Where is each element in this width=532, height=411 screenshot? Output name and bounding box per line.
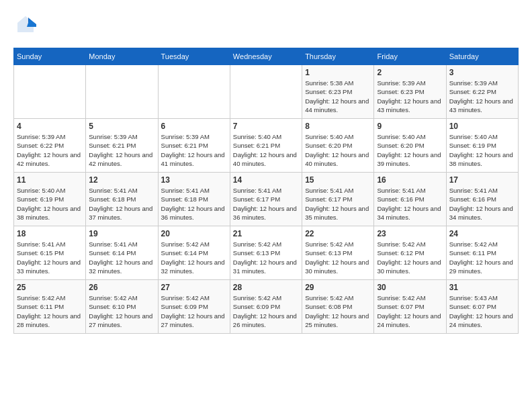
day-number: 25 [17,283,83,292]
day-number: 28 [233,283,299,292]
calendar-cell: 22Sunrise: 5:42 AM Sunset: 6:13 PM Dayli… [302,226,374,280]
day-number: 31 [449,283,515,292]
day-content: Sunrise: 5:41 AM Sunset: 6:16 PM Dayligh… [449,186,515,222]
day-content: Sunrise: 5:42 AM Sunset: 6:11 PM Dayligh… [17,293,83,329]
calendar-cell: 31Sunrise: 5:43 AM Sunset: 6:07 PM Dayli… [446,280,518,334]
day-number: 8 [305,122,371,131]
day-number: 4 [17,122,83,131]
calendar-cell [14,65,86,119]
day-content: Sunrise: 5:40 AM Sunset: 6:21 PM Dayligh… [233,132,299,168]
day-content: Sunrise: 5:41 AM Sunset: 6:17 PM Dayligh… [233,186,299,222]
day-number: 26 [89,283,154,292]
day-content: Sunrise: 5:42 AM Sunset: 6:07 PM Dayligh… [377,293,443,329]
calendar-cell: 1Sunrise: 5:38 AM Sunset: 6:23 PM Daylig… [302,65,374,119]
day-content: Sunrise: 5:42 AM Sunset: 6:14 PM Dayligh… [161,240,227,275]
logo [13,13,42,38]
header-thursday: Thursday [302,48,374,65]
calendar-cell: 16Sunrise: 5:41 AM Sunset: 6:16 PM Dayli… [374,173,446,226]
calendar-cell: 24Sunrise: 5:42 AM Sunset: 6:11 PM Dayli… [446,226,518,280]
day-number: 22 [305,229,371,238]
header-sunday: Sunday [14,48,86,65]
day-content: Sunrise: 5:41 AM Sunset: 6:15 PM Dayligh… [17,240,83,275]
calendar-cell: 26Sunrise: 5:42 AM Sunset: 6:10 PM Dayli… [86,280,158,334]
day-content: Sunrise: 5:39 AM Sunset: 6:21 PM Dayligh… [89,132,154,168]
day-content: Sunrise: 5:42 AM Sunset: 6:13 PM Dayligh… [233,240,299,275]
page-header [13,13,519,38]
day-number: 1 [305,68,371,77]
day-content: Sunrise: 5:39 AM Sunset: 6:23 PM Dayligh… [377,79,443,114]
calendar-cell: 15Sunrise: 5:41 AM Sunset: 6:17 PM Dayli… [302,173,374,226]
day-number: 9 [377,122,443,131]
day-number: 5 [89,122,154,131]
logo-icon [13,13,38,38]
calendar-cell: 11Sunrise: 5:40 AM Sunset: 6:19 PM Dayli… [14,173,86,226]
calendar-week-row: 11Sunrise: 5:40 AM Sunset: 6:19 PM Dayli… [14,173,519,226]
calendar-cell: 27Sunrise: 5:42 AM Sunset: 6:09 PM Dayli… [158,280,230,334]
day-content: Sunrise: 5:39 AM Sunset: 6:22 PM Dayligh… [17,132,83,168]
day-content: Sunrise: 5:40 AM Sunset: 6:19 PM Dayligh… [449,132,515,168]
day-content: Sunrise: 5:40 AM Sunset: 6:19 PM Dayligh… [17,186,83,222]
header-tuesday: Tuesday [158,48,230,65]
day-content: Sunrise: 5:41 AM Sunset: 6:17 PM Dayligh… [305,186,371,222]
calendar-week-row: 18Sunrise: 5:41 AM Sunset: 6:15 PM Dayli… [14,226,519,280]
day-content: Sunrise: 5:42 AM Sunset: 6:09 PM Dayligh… [161,293,227,329]
day-content: Sunrise: 5:42 AM Sunset: 6:08 PM Dayligh… [305,293,371,329]
calendar-table: SundayMondayTuesdayWednesdayThursdayFrid… [13,48,519,334]
calendar-header-row: SundayMondayTuesdayWednesdayThursdayFrid… [14,48,519,65]
calendar-week-row: 1Sunrise: 5:38 AM Sunset: 6:23 PM Daylig… [14,65,519,119]
header-wednesday: Wednesday [230,48,302,65]
day-content: Sunrise: 5:40 AM Sunset: 6:20 PM Dayligh… [305,132,371,168]
calendar-cell: 3Sunrise: 5:39 AM Sunset: 6:22 PM Daylig… [446,65,518,119]
calendar-cell: 23Sunrise: 5:42 AM Sunset: 6:12 PM Dayli… [374,226,446,280]
day-content: Sunrise: 5:41 AM Sunset: 6:14 PM Dayligh… [89,240,154,275]
day-number: 10 [449,122,515,131]
calendar-week-row: 4Sunrise: 5:39 AM Sunset: 6:22 PM Daylig… [14,119,519,173]
calendar-cell: 8Sunrise: 5:40 AM Sunset: 6:20 PM Daylig… [302,119,374,173]
calendar-cell: 14Sunrise: 5:41 AM Sunset: 6:17 PM Dayli… [230,173,302,226]
day-content: Sunrise: 5:42 AM Sunset: 6:10 PM Dayligh… [89,293,154,329]
calendar-cell: 25Sunrise: 5:42 AM Sunset: 6:11 PM Dayli… [14,280,86,334]
calendar-cell: 5Sunrise: 5:39 AM Sunset: 6:21 PM Daylig… [86,119,158,173]
day-number: 23 [377,229,443,238]
calendar-cell [86,65,158,119]
day-content: Sunrise: 5:41 AM Sunset: 6:16 PM Dayligh… [377,186,443,222]
calendar-cell: 29Sunrise: 5:42 AM Sunset: 6:08 PM Dayli… [302,280,374,334]
header-friday: Friday [374,48,446,65]
calendar-cell: 2Sunrise: 5:39 AM Sunset: 6:23 PM Daylig… [374,65,446,119]
day-number: 11 [17,175,83,185]
day-content: Sunrise: 5:38 AM Sunset: 6:23 PM Dayligh… [305,79,371,114]
day-number: 21 [233,229,299,238]
day-content: Sunrise: 5:43 AM Sunset: 6:07 PM Dayligh… [449,293,515,329]
day-content: Sunrise: 5:41 AM Sunset: 6:18 PM Dayligh… [161,186,227,222]
calendar-cell: 20Sunrise: 5:42 AM Sunset: 6:14 PM Dayli… [158,226,230,280]
day-number: 27 [161,283,227,292]
calendar-cell: 19Sunrise: 5:41 AM Sunset: 6:14 PM Dayli… [86,226,158,280]
day-number: 14 [233,175,299,185]
calendar-cell: 30Sunrise: 5:42 AM Sunset: 6:07 PM Dayli… [374,280,446,334]
calendar-cell: 13Sunrise: 5:41 AM Sunset: 6:18 PM Dayli… [158,173,230,226]
day-content: Sunrise: 5:39 AM Sunset: 6:21 PM Dayligh… [161,132,227,168]
day-content: Sunrise: 5:41 AM Sunset: 6:18 PM Dayligh… [89,186,154,222]
calendar-cell: 28Sunrise: 5:42 AM Sunset: 6:09 PM Dayli… [230,280,302,334]
day-number: 12 [89,175,154,185]
day-number: 7 [233,122,299,131]
day-content: Sunrise: 5:40 AM Sunset: 6:20 PM Dayligh… [377,132,443,168]
day-number: 2 [377,68,443,77]
calendar-cell: 10Sunrise: 5:40 AM Sunset: 6:19 PM Dayli… [446,119,518,173]
calendar-cell: 6Sunrise: 5:39 AM Sunset: 6:21 PM Daylig… [158,119,230,173]
day-number: 13 [161,175,227,185]
day-number: 24 [449,229,515,238]
calendar-week-row: 25Sunrise: 5:42 AM Sunset: 6:11 PM Dayli… [14,280,519,334]
calendar-cell: 7Sunrise: 5:40 AM Sunset: 6:21 PM Daylig… [230,119,302,173]
day-number: 19 [89,229,154,238]
day-content: Sunrise: 5:42 AM Sunset: 6:13 PM Dayligh… [305,240,371,275]
day-number: 3 [449,68,515,77]
day-number: 6 [161,122,227,131]
day-content: Sunrise: 5:42 AM Sunset: 6:09 PM Dayligh… [233,293,299,329]
day-content: Sunrise: 5:42 AM Sunset: 6:11 PM Dayligh… [449,240,515,275]
calendar-cell: 4Sunrise: 5:39 AM Sunset: 6:22 PM Daylig… [14,119,86,173]
day-number: 15 [305,175,371,185]
day-number: 18 [17,229,83,238]
calendar-cell: 17Sunrise: 5:41 AM Sunset: 6:16 PM Dayli… [446,173,518,226]
calendar-cell: 9Sunrise: 5:40 AM Sunset: 6:20 PM Daylig… [374,119,446,173]
